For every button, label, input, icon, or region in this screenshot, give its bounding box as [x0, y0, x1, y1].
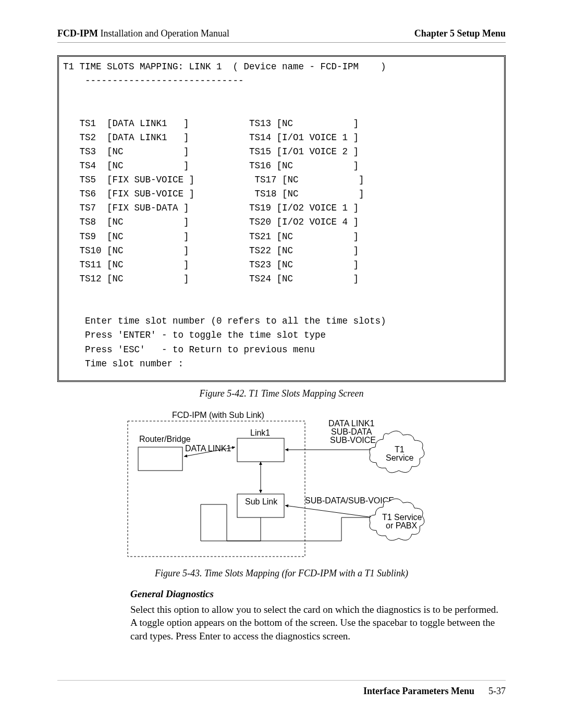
link1-label: Link1 [250, 428, 270, 437]
section-general-diagnostics-title: General Diagnostics [130, 588, 506, 600]
figure-5-43-diagram: FCD-IPM (with Sub Link) Router/Bridge Li… [123, 411, 440, 562]
figure-5-42-caption: Figure 5-42. T1 Time Slots Mapping Scree… [57, 388, 506, 399]
footer-section: Interface Parameters Menu [363, 686, 474, 696]
top-right-label: DATA LINK1 SUB-DATA SUB-VOICE [328, 419, 377, 445]
datalink-label: DATA LINK1 [185, 444, 231, 453]
router-label: Router/Bridge [139, 435, 191, 443]
sublink-label: Sub Link [245, 497, 278, 506]
diagram-outer-label: FCD-IPM (with Sub Link) [172, 411, 264, 419]
footer-page: 5-37 [488, 686, 506, 696]
figure-5-43-caption: Figure 5-43. Time Slots Mapping (for FCD… [57, 568, 506, 579]
svg-line-8 [285, 505, 373, 517]
section-general-diagnostics-body: Select this option to allow you to selec… [130, 603, 506, 643]
page-header: FCD-IPM Installation and Operation Manua… [57, 28, 506, 43]
header-right: Chapter 5 Setup Menu [414, 28, 506, 39]
svg-rect-2 [237, 438, 284, 462]
cloud-t1-service: T1 Service [370, 431, 424, 473]
doc-title: Installation and Operation Manual [98, 28, 229, 39]
sub-right-label: SUB-DATA/SUB-VOICE [305, 496, 394, 505]
svg-rect-1 [138, 447, 182, 471]
terminal-screen: T1 TIME SLOTS MAPPING: LINK 1 ( Device n… [57, 55, 506, 382]
page-footer: Interface Parameters Menu 5-37 [57, 680, 506, 697]
product-name: FCD-IPM [57, 28, 98, 39]
header-left: FCD-IPM Installation and Operation Manua… [57, 28, 229, 39]
